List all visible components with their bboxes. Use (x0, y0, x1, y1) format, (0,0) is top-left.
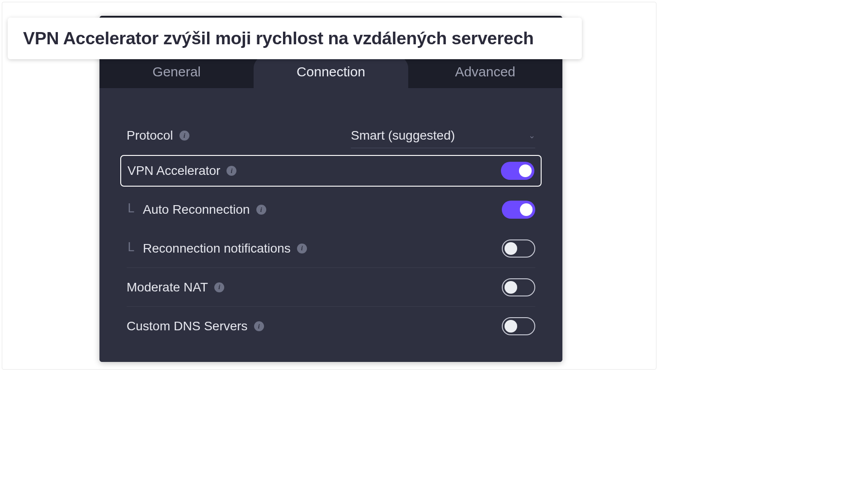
info-icon[interactable]: i (254, 321, 264, 331)
page-frame: General Connection Advanced Protocol i S… (2, 2, 656, 370)
custom-dns-row: Custom DNS Servers i (127, 307, 535, 346)
settings-window: General Connection Advanced Protocol i S… (99, 16, 562, 362)
auto-reconnection-row: L Auto Reconnection i (127, 190, 535, 229)
auto-reconnection-label: Auto Reconnection (143, 202, 250, 217)
caption-text: VPN Accelerator zvýšil moji rychlost na … (23, 28, 533, 48)
info-icon[interactable]: i (226, 166, 236, 176)
protocol-dropdown[interactable]: Smart (suggested) ⌄ (351, 123, 535, 148)
tab-connection[interactable]: Connection (254, 56, 408, 88)
tree-mark-icon: L (127, 240, 135, 254)
custom-dns-label: Custom DNS Servers (127, 319, 248, 333)
info-icon[interactable]: i (256, 205, 266, 215)
tab-general[interactable]: General (99, 56, 254, 88)
tree-mark-icon: L (127, 202, 135, 215)
info-icon[interactable]: i (297, 244, 307, 253)
reconnection-notifications-row: L Reconnection notifications i (127, 229, 535, 268)
vpn-accelerator-row: VPN Accelerator i (120, 155, 542, 187)
info-icon[interactable]: i (179, 131, 189, 141)
connection-panel: Protocol i Smart (suggested) ⌄ VPN Accel… (99, 88, 562, 362)
caption-callout: VPN Accelerator zvýšil moji rychlost na … (8, 18, 582, 59)
custom-dns-toggle[interactable] (502, 317, 535, 335)
moderate-nat-toggle[interactable] (502, 278, 535, 296)
vpn-accelerator-label: VPN Accelerator (127, 164, 220, 178)
moderate-nat-label: Moderate NAT (127, 280, 208, 295)
auto-reconnection-toggle[interactable] (502, 201, 535, 219)
vpn-accelerator-toggle[interactable] (501, 162, 534, 180)
protocol-value: Smart (suggested) (351, 128, 455, 143)
chevron-down-icon: ⌄ (528, 131, 535, 141)
moderate-nat-row: Moderate NAT i (127, 268, 535, 307)
reconnection-notifications-toggle[interactable] (502, 239, 535, 258)
protocol-label: Protocol (127, 128, 173, 143)
protocol-row: Protocol i Smart (suggested) ⌄ (127, 115, 535, 156)
info-icon[interactable]: i (214, 282, 224, 292)
tab-advanced[interactable]: Advanced (408, 56, 562, 88)
reconnection-notifications-label: Reconnection notifications (143, 241, 291, 256)
